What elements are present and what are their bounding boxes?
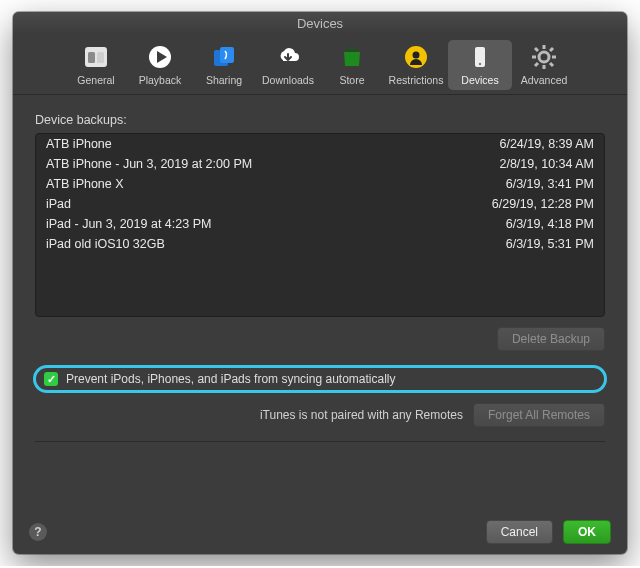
backup-date: 2/8/19, 10:34 AM <box>499 157 594 171</box>
table-row[interactable]: ATB iPhone X6/3/19, 3:41 PM <box>36 174 604 194</box>
device-icon <box>467 44 493 70</box>
backup-name: iPad old iOS10 32GB <box>46 237 165 251</box>
table-row[interactable]: iPad - Jun 3, 2019 at 4:23 PM6/3/19, 4:1… <box>36 214 604 234</box>
backup-name: iPad <box>46 197 71 211</box>
titlebar: Devices <box>13 12 627 34</box>
sharing-icon <box>211 44 237 70</box>
tab-label: General <box>77 74 114 86</box>
backup-date: 6/3/19, 3:41 PM <box>506 177 594 191</box>
svg-point-11 <box>539 52 549 62</box>
svg-line-16 <box>535 48 538 51</box>
tab-general[interactable]: General <box>64 40 128 90</box>
tab-playback[interactable]: Playback <box>128 40 192 90</box>
svg-line-17 <box>550 63 553 66</box>
tab-restrictions[interactable]: Restrictions <box>384 40 448 90</box>
backup-name: iPad - Jun 3, 2019 at 4:23 PM <box>46 217 211 231</box>
svg-point-10 <box>479 63 481 65</box>
preferences-toolbar: General Playback Sharing Downloads Store… <box>13 34 627 95</box>
backup-date: 6/24/19, 8:39 AM <box>499 137 594 151</box>
table-row[interactable]: iPad old iOS10 32GB6/3/19, 5:31 PM <box>36 234 604 254</box>
tab-label: Store <box>339 74 364 86</box>
tab-label: Restrictions <box>389 74 444 86</box>
tab-downloads[interactable]: Downloads <box>256 40 320 90</box>
gear-icon <box>531 44 557 70</box>
ok-button[interactable]: OK <box>563 520 611 544</box>
bag-icon <box>339 44 365 70</box>
play-icon <box>147 44 173 70</box>
backups-heading: Device backups: <box>35 113 605 127</box>
svg-rect-1 <box>88 52 95 63</box>
table-row[interactable]: iPad6/29/19, 12:28 PM <box>36 194 604 214</box>
backup-name: ATB iPhone - Jun 3, 2019 at 2:00 PM <box>46 157 252 171</box>
separator <box>35 441 605 442</box>
svg-rect-2 <box>97 52 104 63</box>
prevent-sync-checkbox[interactable]: ✓ <box>44 372 58 386</box>
backup-name: ATB iPhone <box>46 137 112 151</box>
tab-sharing[interactable]: Sharing <box>192 40 256 90</box>
cloud-download-icon <box>275 44 301 70</box>
tab-store[interactable]: Store <box>320 40 384 90</box>
backup-date: 6/3/19, 4:18 PM <box>506 217 594 231</box>
tab-label: Downloads <box>262 74 314 86</box>
prevent-sync-row: ✓ Prevent iPods, iPhones, and iPads from… <box>33 365 607 393</box>
delete-backup-button[interactable]: Delete Backup <box>497 327 605 351</box>
tab-label: Playback <box>139 74 182 86</box>
cancel-button[interactable]: Cancel <box>486 520 553 544</box>
tab-label: Advanced <box>521 74 568 86</box>
svg-line-19 <box>535 63 538 66</box>
table-row[interactable]: ATB iPhone6/24/19, 8:39 AM <box>36 134 604 154</box>
footer: ? Cancel OK <box>13 510 627 554</box>
backup-name: ATB iPhone X <box>46 177 124 191</box>
tab-label: Sharing <box>206 74 242 86</box>
tab-devices[interactable]: Devices <box>448 40 512 90</box>
backups-list[interactable]: ATB iPhone6/24/19, 8:39 AM ATB iPhone - … <box>35 133 605 317</box>
svg-line-18 <box>550 48 553 51</box>
svg-point-8 <box>413 52 420 59</box>
restrictions-icon <box>403 44 429 70</box>
table-row[interactable]: ATB iPhone - Jun 3, 2019 at 2:00 PM2/8/1… <box>36 154 604 174</box>
backup-date: 6/3/19, 5:31 PM <box>506 237 594 251</box>
prevent-sync-label: Prevent iPods, iPhones, and iPads from s… <box>66 372 396 386</box>
tab-advanced[interactable]: Advanced <box>512 40 576 90</box>
switch-icon <box>83 44 109 70</box>
content-area: Device backups: ATB iPhone6/24/19, 8:39 … <box>13 95 627 442</box>
preferences-window: Devices General Playback Sharing Downloa… <box>13 12 627 554</box>
tab-label: Devices <box>461 74 498 86</box>
backup-date: 6/29/19, 12:28 PM <box>492 197 594 211</box>
forget-remotes-button[interactable]: Forget All Remotes <box>473 403 605 427</box>
window-title: Devices <box>297 16 343 31</box>
remotes-status: iTunes is not paired with any Remotes <box>260 408 463 422</box>
help-button[interactable]: ? <box>29 523 47 541</box>
